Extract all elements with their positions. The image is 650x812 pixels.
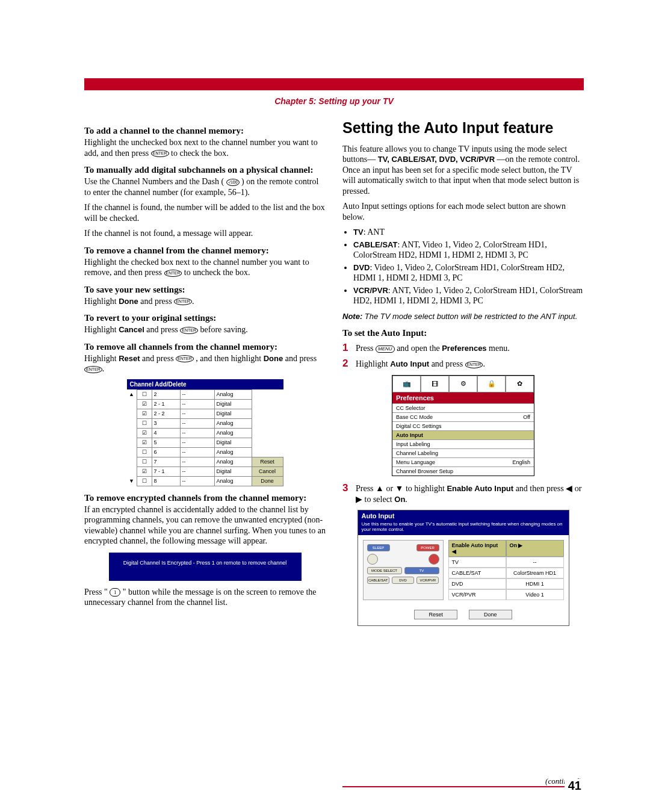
pref-row[interactable]: Channel Labeling xyxy=(392,448,534,457)
auto-buttons: Reset Done xyxy=(358,605,569,625)
enter-icon: ENTER xyxy=(151,150,169,157)
table-row: ☐7--AnalogReset xyxy=(127,457,283,466)
auto-row: DVDHDMI 1 xyxy=(448,578,564,589)
pref-row[interactable]: Menu LanguageEnglish xyxy=(392,457,534,466)
auto-input-dialog: Auto Input Use this menu to enable your … xyxy=(358,510,569,626)
remote-dvd: DVD xyxy=(392,577,414,584)
t: menu. xyxy=(489,344,510,353)
text-found: If the channel is found, the number will… xyxy=(84,202,326,223)
t: , and then highlight xyxy=(196,354,263,363)
step-text: Press MENU and open the Preferences menu… xyxy=(356,342,510,354)
t: Highlight xyxy=(356,359,390,368)
pref-row[interactable]: Base CC ModeOff xyxy=(392,412,534,421)
remote-vcr: VCR/PVR xyxy=(416,577,439,584)
done-button[interactable]: Done xyxy=(469,610,512,619)
page-number: 41 xyxy=(565,779,581,793)
tab-icon: 🎞 xyxy=(421,376,449,392)
left-column: To add a channel to the channel memory: … xyxy=(84,119,326,787)
list-item: VCR/PVR: ANT, Video 1, Video 2, ColorStr… xyxy=(353,285,584,306)
footer: (continued) 41 xyxy=(342,776,584,787)
t: to uncheck the box. xyxy=(184,268,250,277)
table-row: ▲☐2--Analog xyxy=(127,389,283,399)
menu-icon: MENU xyxy=(376,346,395,353)
remote-sleep: SLEEP xyxy=(367,544,390,551)
t: Press xyxy=(356,344,376,353)
table-row: ▼☐8--AnalogDone xyxy=(127,476,283,486)
remote-mock: SLEEP POWER MODE SELECT TV xyxy=(363,540,444,600)
step-text: Highlight Auto Input and press ENTER. xyxy=(356,358,485,370)
footer-red-line xyxy=(342,786,581,787)
heading-manual-subch: To manually add digital subchannels on a… xyxy=(84,164,326,175)
note: Note: The TV mode select button will be … xyxy=(342,311,584,322)
remote-cbl: CABLE/SAT xyxy=(367,577,389,584)
auto-row: VCR/PVRVideo 1 xyxy=(448,589,564,600)
text-intro: This feature allows you to change TV inp… xyxy=(342,144,584,197)
table-row: ☑5--Digital xyxy=(127,438,283,447)
table-row: ☐3--Analog xyxy=(127,418,283,428)
t: Press ▲ or ▼ to highlight xyxy=(356,484,447,493)
steps: 1 Press MENU and open the Preferences me… xyxy=(342,342,584,370)
remote-power: POWER xyxy=(416,544,439,551)
step-num: 1 xyxy=(342,342,356,354)
options-list: TV: ANTCABLE/SAT: ANT, Video 1, Video 2,… xyxy=(342,227,584,306)
two-column-layout: To add a channel to the channel memory: … xyxy=(84,119,584,787)
auto-desc: Use this menu to enable your TV's automa… xyxy=(358,521,569,535)
note-label: Note: xyxy=(342,312,362,321)
list-item: CABLE/SAT: ANT, Video 1, Video 2, ColorS… xyxy=(353,240,584,261)
t: to check the box. xyxy=(171,149,229,158)
table-row: ☑4--Analog xyxy=(127,428,283,438)
step-2: 2 Highlight Auto Input and press ENTER. xyxy=(342,358,584,370)
heading-encrypted: To remove encrypted channels from the ch… xyxy=(84,492,326,503)
text-remove-all: Highlight Reset and press ENTER , and th… xyxy=(84,353,326,374)
t: before saving. xyxy=(200,325,248,334)
t: Press " xyxy=(84,587,108,597)
page: Chapter 5: Setting up your TV To add a c… xyxy=(0,0,650,811)
auto-input-table: Enable Auto Input ◀ On ▶ TV--CABLE/SATCo… xyxy=(448,540,564,600)
mode-list: TV, CABLE/SAT, DVD, VCR/PVR xyxy=(378,155,495,164)
table-row: ☐6--Analog xyxy=(127,447,283,457)
enter-icon: ENTER xyxy=(174,298,192,305)
done-label: Done xyxy=(119,297,138,306)
heading-add-channel: To add a channel to the channel memory: xyxy=(84,125,326,136)
auto-rows: TV--CABLE/SATColorStream HD1DVDHDMI 1VCR… xyxy=(448,557,564,600)
pref-row[interactable]: Channel Browser Setup xyxy=(392,466,534,476)
right-column: Setting the Auto Input feature This feat… xyxy=(342,119,584,787)
auto-head-l: Enable Auto Input ◀ xyxy=(448,540,506,557)
t: and press xyxy=(285,354,317,363)
auto-row: CABLE/SATColorStream HD1 xyxy=(448,568,564,578)
chapter-heading: Chapter 5: Setting up your TV xyxy=(84,93,584,119)
pref-row[interactable]: Digital CC Settings xyxy=(392,421,534,430)
step-3: 3 Press ▲ or ▼ to highlight Enable Auto … xyxy=(342,482,584,505)
heading-revert: To revert to your original settings: xyxy=(84,312,326,323)
auto-head: Enable Auto Input ◀ On ▶ xyxy=(448,540,564,557)
tab-icon: 🔒 xyxy=(477,376,506,392)
header-red-bar xyxy=(84,78,584,90)
text-encrypted: If an encrypted channel is accidentally … xyxy=(84,504,326,547)
text-remove-channel: Highlight the checked box next to the ch… xyxy=(84,257,326,278)
pref-row[interactable]: Auto Input xyxy=(392,430,534,439)
text-add-channel: Highlight the unchecked box next to the … xyxy=(84,137,326,158)
enable-auto-label: Enable Auto Input xyxy=(447,484,513,493)
enter-icon: ENTER xyxy=(84,366,102,373)
text-press-one: Press " 1 " button while the message is … xyxy=(84,587,326,608)
pref-rows: CC SelectorBase CC ModeOffDigital CC Set… xyxy=(392,403,534,476)
t: and press xyxy=(142,354,176,363)
table-row: ☑2 - 2--Digital xyxy=(127,409,283,418)
table-title: Channel Add/Delete xyxy=(127,379,283,389)
auto-inner: SLEEP POWER MODE SELECT TV xyxy=(358,535,569,605)
pref-row[interactable]: CC Selector xyxy=(392,403,534,412)
step-1: 1 Press MENU and open the Preferences me… xyxy=(342,342,584,354)
step-num: 2 xyxy=(342,358,356,370)
t: and press xyxy=(140,297,174,306)
channel-add-delete-table: Channel Add/Delete ▲☐2--Analog☑2 - 1--Di… xyxy=(127,379,283,486)
reset-button[interactable]: Reset xyxy=(414,610,457,619)
auto-row: TV-- xyxy=(448,557,564,568)
heading-set-auto: To set the Auto Input: xyxy=(342,327,584,338)
auto-input-label: Auto Input xyxy=(390,359,429,368)
text-options-intro: Auto Input settings options for each mod… xyxy=(342,201,584,222)
section-title: Setting the Auto Input feature xyxy=(342,119,584,137)
remote-power-icon xyxy=(429,554,439,565)
note-text: The TV mode select button will be restri… xyxy=(365,312,578,321)
pref-tabs: 📺 🎞 ⚙ 🔒 ✿ xyxy=(392,376,534,392)
pref-row[interactable]: Input Labeling xyxy=(392,439,534,448)
